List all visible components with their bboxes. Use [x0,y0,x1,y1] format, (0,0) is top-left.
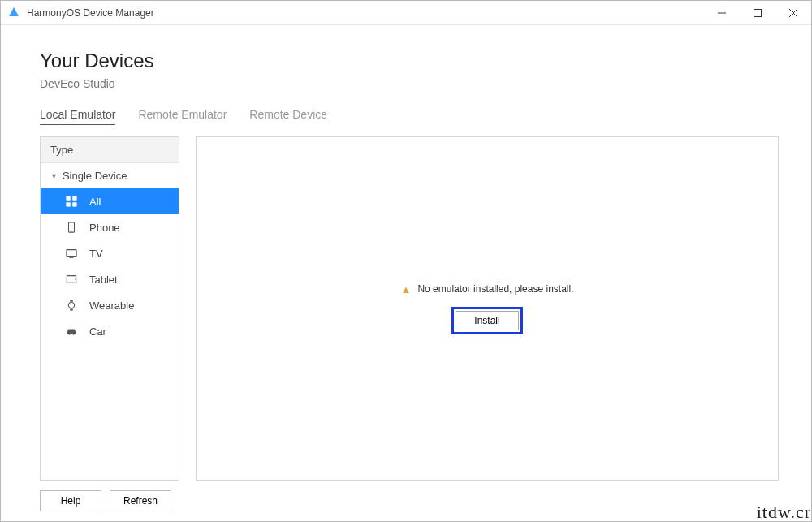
car-icon [65,325,78,338]
help-button[interactable]: Help [40,490,102,511]
sidebar: Type ▼ Single Device All Phone [40,136,179,481]
svg-rect-1 [754,9,762,16]
phone-icon [65,221,78,234]
svg-rect-16 [70,308,73,310]
minimize-button[interactable] [704,1,740,25]
tabs: Local Emulator Remote Emulator Remote De… [40,108,779,125]
page-title: Your Devices [40,50,779,72]
sidebar-item-all[interactable]: All [41,188,179,214]
warning-icon: ▲ [401,283,412,296]
svg-point-17 [68,333,70,334]
svg-rect-7 [73,203,76,206]
svg-point-14 [68,302,74,308]
body: Type ▼ Single Device All Phone [40,136,779,481]
svg-point-9 [71,231,71,231]
svg-rect-4 [67,196,70,200]
sidebar-item-car[interactable]: Car [41,318,179,344]
sidebar-item-tablet[interactable]: Tablet [41,266,179,292]
grid-icon [65,195,78,208]
sidebar-item-label: Phone [89,222,120,234]
svg-rect-15 [70,300,73,301]
sidebar-item-label: TV [89,248,103,260]
sidebar-item-tv[interactable]: TV [41,240,179,266]
tab-remote-device[interactable]: Remote Device [249,108,327,125]
svg-rect-5 [73,196,76,200]
tab-remote-emulator[interactable]: Remote Emulator [138,108,227,125]
svg-point-13 [75,278,76,279]
tv-icon [65,247,78,260]
app-logo-icon [7,6,20,19]
sidebar-header: Type [41,137,179,163]
sidebar-item-label: Car [89,326,106,338]
watch-icon [65,299,78,312]
sidebar-item-wearable[interactable]: Wearable [41,292,179,318]
main-panel: ▲ No emulator installed, please install.… [196,136,779,481]
install-button[interactable]: Install [456,311,518,330]
sidebar-item-label: Tablet [89,274,118,286]
tab-local-emulator[interactable]: Local Emulator [40,108,115,125]
page-subtitle: DevEco Studio [40,77,779,90]
sidebar-group-single-device[interactable]: ▼ Single Device [41,163,179,188]
svg-rect-6 [67,203,70,206]
close-button[interactable] [775,1,811,25]
svg-rect-10 [67,250,76,257]
footer: Help Refresh [40,481,779,511]
titlebar: HarmonyOS Device Manager [1,1,811,25]
empty-state-text: No emulator installed, please install. [417,283,573,295]
sidebar-item-label: All [89,196,101,208]
refresh-button[interactable]: Refresh [110,490,171,511]
tablet-icon [65,273,78,286]
window-title: HarmonyOS Device Manager [27,7,154,19]
content-area: Your Devices DevEco Studio Local Emulato… [1,25,811,521]
sidebar-item-phone[interactable]: Phone [41,214,179,240]
chevron-down-icon: ▼ [50,172,58,180]
install-highlight: Install [451,307,522,334]
maximize-button[interactable] [740,1,775,25]
app-window: HarmonyOS Device Manager Your Devices De… [0,0,812,522]
empty-state-row: ▲ No emulator installed, please install. [401,283,574,296]
svg-point-18 [72,333,74,334]
sidebar-item-label: Wearable [89,300,134,312]
sidebar-group-label: Single Device [63,170,127,182]
